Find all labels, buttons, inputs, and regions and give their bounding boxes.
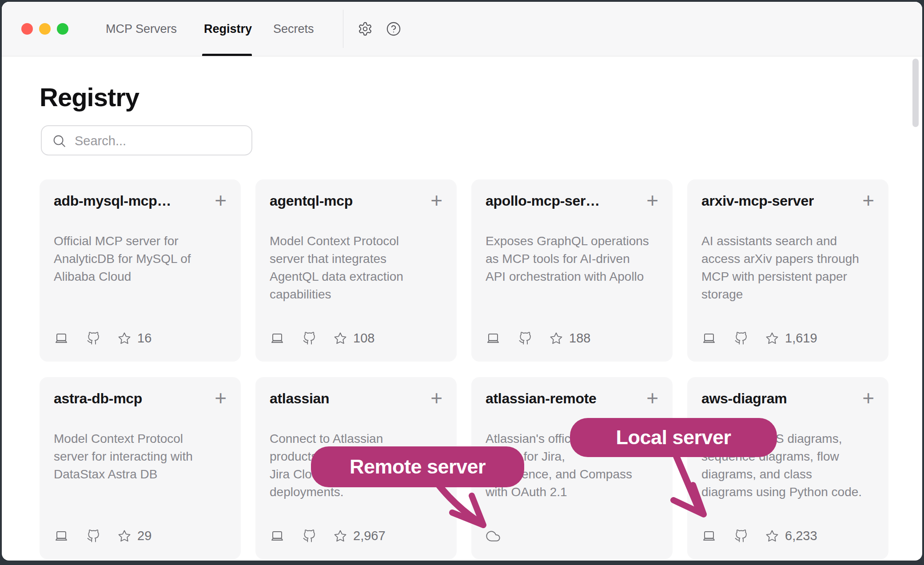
registry-card-grid: adb-mysql-mcp… + Official MCP server for… [40, 179, 888, 559]
star-icon [765, 529, 779, 543]
titlebar-divider [343, 10, 343, 48]
star-count: 108 [334, 331, 374, 346]
github-icon[interactable] [303, 331, 316, 346]
add-server-button[interactable]: + [210, 193, 227, 208]
laptop-icon [54, 331, 69, 346]
star-count: 6,233 [765, 529, 817, 543]
tab-mcp-servers[interactable]: MCP Servers [106, 2, 177, 56]
add-server-button[interactable]: + [426, 390, 442, 406]
close-window-button[interactable] [21, 23, 33, 35]
star-count: 2,967 [334, 529, 386, 543]
zoom-window-button[interactable] [57, 23, 68, 35]
server-description: Model Context Protocol server that integ… [270, 232, 442, 303]
server-name: agentql-mcp [270, 193, 353, 209]
vertical-scrollbar-thumb[interactable] [912, 59, 919, 127]
server-card-aws-diagram[interactable]: aws-diagram + Generate AWS diagrams, seq… [687, 377, 888, 559]
app-window: MCP Servers Registry Secrets Registry [2, 2, 922, 561]
add-server-button[interactable]: + [858, 193, 874, 208]
cloud-icon [486, 529, 501, 543]
laptop-icon [54, 529, 69, 543]
github-icon[interactable] [303, 529, 316, 543]
github-icon[interactable] [734, 331, 748, 346]
laptop-icon [270, 529, 285, 543]
server-card-agentql-mcp[interactable]: agentql-mcp + Model Context Protocol ser… [255, 179, 457, 362]
github-icon[interactable] [87, 529, 100, 543]
server-name: arxiv-mcp-server [701, 193, 814, 209]
laptop-icon [486, 331, 501, 346]
server-name: atlassian-remote [486, 390, 597, 407]
star-count: 188 [550, 331, 590, 346]
star-icon [765, 332, 779, 345]
add-server-button[interactable]: + [426, 193, 442, 208]
server-card-arxiv-mcp-server[interactable]: arxiv-mcp-server + AI assistants search … [687, 179, 888, 362]
add-server-button[interactable]: + [858, 390, 874, 406]
active-tab-indicator [202, 54, 252, 56]
gear-icon[interactable] [358, 21, 373, 36]
github-icon[interactable] [87, 331, 100, 346]
star-icon [334, 332, 347, 345]
local-server-badge: Local server [570, 418, 777, 457]
star-icon [334, 529, 347, 543]
traffic-lights [21, 23, 68, 35]
server-description: AI assistants search and access arXiv pa… [701, 232, 874, 303]
github-icon[interactable] [518, 331, 532, 346]
star-icon [550, 332, 563, 345]
search-input[interactable] [74, 126, 244, 155]
server-card-astra-db-mcp[interactable]: astra-db-mcp + Model Context Protocol se… [40, 377, 241, 559]
server-card-adb-mysql-mcp[interactable]: adb-mysql-mcp… + Official MCP server for… [40, 179, 241, 362]
star-count: 29 [118, 529, 151, 543]
search-box [41, 125, 252, 155]
star-count: 1,619 [765, 331, 817, 346]
star-count: 16 [118, 331, 151, 346]
add-server-button[interactable]: + [642, 193, 658, 208]
server-description: Exposes GraphQL operations as MCP tools … [486, 232, 658, 286]
laptop-icon [701, 529, 717, 543]
server-name: apollo-mcp-ser… [486, 193, 600, 209]
star-icon [118, 332, 131, 345]
server-name: adb-mysql-mcp… [54, 193, 171, 209]
help-icon[interactable] [386, 21, 401, 36]
server-name: atlassian [270, 390, 329, 407]
server-name: aws-diagram [701, 390, 787, 407]
add-server-button[interactable]: + [210, 390, 227, 406]
server-description: Official MCP server for AnalyticDB for M… [54, 232, 227, 286]
page-title: Registry [40, 80, 139, 114]
tab-registry[interactable]: Registry [204, 2, 252, 56]
server-card-apollo-mcp-server[interactable]: apollo-mcp-ser… + Exposes GraphQL operat… [471, 179, 673, 362]
remote-server-badge: Remote server [311, 446, 524, 487]
tab-secrets[interactable]: Secrets [273, 2, 314, 56]
star-icon [118, 529, 131, 543]
laptop-icon [701, 331, 717, 346]
minimize-window-button[interactable] [39, 23, 51, 35]
titlebar: MCP Servers Registry Secrets [2, 2, 922, 56]
server-name: astra-db-mcp [54, 390, 142, 407]
search-icon [52, 133, 67, 148]
github-icon[interactable] [734, 529, 748, 543]
server-description: Model Context Protocol server for intera… [54, 430, 227, 483]
add-server-button[interactable]: + [642, 390, 658, 406]
laptop-icon [270, 331, 285, 346]
